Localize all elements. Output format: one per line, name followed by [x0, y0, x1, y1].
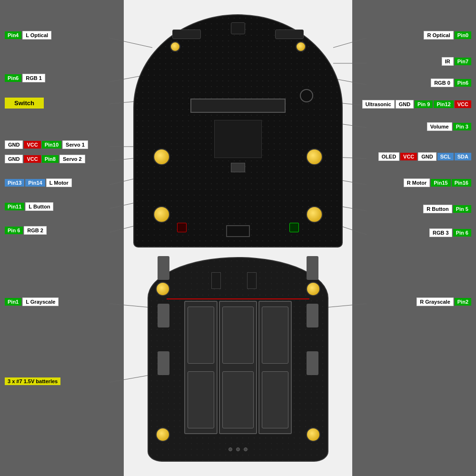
badge-volume: Volume — [427, 122, 452, 131]
badge-pin16: Pin16 — [452, 179, 471, 187]
badge-l-optical: L Optical — [22, 31, 51, 40]
badge-vcc-oled: VCC — [400, 153, 417, 160]
badge-pin10: Pin10 — [42, 141, 61, 149]
badge-pin1: Pin1 — [5, 298, 21, 306]
badge-gnd-oled: GND — [418, 152, 436, 161]
badge-pin15: Pin15 — [431, 179, 450, 187]
page-container: Pin4 L Optical Pin6 RGB 1 Switch GND VCC… — [0, 0, 476, 476]
badge-gnd-s1: GND — [5, 140, 23, 149]
label-oled: OLED VCC GND SCL SDA — [378, 152, 471, 161]
label-switch: Switch — [5, 98, 44, 109]
badge-pin0: Pin0 — [455, 31, 471, 39]
badge-pin6-rgb1: Pin6 — [5, 74, 21, 82]
label-servo1: GND VCC Pin10 Servo 1 — [5, 140, 88, 149]
badge-pin5: Pin 5 — [453, 205, 471, 213]
badge-sda: SDA — [455, 153, 471, 160]
badge-vcc-s1: VCC — [24, 141, 40, 149]
label-l-rgb2: Pin 6 RGB 2 — [5, 226, 47, 235]
label-ultrasonic: Ultrasonic GND Pin 9 Pin12 VCC — [362, 100, 471, 109]
badge-pin6-rgb2: Pin 6 — [5, 227, 23, 234]
badge-pin2: Pin2 — [455, 298, 471, 306]
badge-switch: Switch — [5, 98, 44, 109]
badge-pin6-rgb0: Pin6 — [455, 79, 471, 87]
label-r-rgb0: RGB 0 Pin6 — [431, 79, 471, 87]
label-l-button: Pin11 L Button — [5, 202, 53, 211]
board-bottom — [148, 257, 328, 462]
badge-pin7: Pin7 — [455, 58, 471, 65]
badge-vcc-s2: VCC — [24, 155, 40, 163]
badge-pin6-rgb3: Pin 6 — [453, 229, 471, 237]
label-l-grayscale: Pin1 L Grayscale — [5, 298, 59, 306]
label-l-optical: Pin4 L Optical — [5, 31, 51, 40]
badge-gnd-us: GND — [396, 100, 414, 109]
badge-scl: SCL — [437, 153, 454, 160]
badge-l-button: L Button — [25, 202, 53, 211]
badge-rgb1: RGB 1 — [22, 74, 45, 82]
label-batteries: 3 x #7 1.5V batterles — [5, 377, 60, 385]
badge-l-grayscale: L Grayscale — [22, 298, 59, 306]
badge-servo1: Servo 1 — [62, 140, 88, 149]
badge-r-grayscale: R Grayscale — [416, 298, 454, 306]
label-servo2: GND VCC Pin8 Servo 2 — [5, 155, 85, 163]
badge-rgb2: RGB 2 — [24, 226, 47, 235]
label-ir: IR Pin7 — [442, 57, 471, 66]
badge-pin8: Pin8 — [42, 155, 59, 163]
label-r-rgb3: RGB 3 Pin 6 — [429, 228, 471, 237]
badge-r-motor: R Motor — [404, 178, 430, 187]
label-volume: Volume Pin 3 — [427, 122, 471, 131]
badge-pin12: Pin12 — [434, 100, 453, 108]
label-r-motor: R Motor Pin15 Pin16 — [404, 178, 471, 187]
badge-pin13: Pin13 — [5, 179, 24, 187]
label-r-grayscale: R Grayscale Pin2 — [416, 298, 471, 306]
badge-ir: IR — [442, 57, 454, 66]
label-l-rgb1: Pin6 RGB 1 — [5, 74, 45, 82]
label-r-button: R Button Pin 5 — [423, 205, 471, 213]
badge-r-button: R Button — [423, 205, 452, 213]
board-top — [133, 14, 343, 248]
badge-pin11: Pin11 — [5, 203, 24, 210]
label-r-optical: R Optical Pin0 — [424, 31, 471, 40]
label-l-motor: Pin13 Pin14 L Motor — [5, 178, 72, 187]
badge-vcc-us: VCC — [455, 100, 471, 108]
badge-pin9: Pin 9 — [415, 100, 433, 108]
badge-rgb3: RGB 3 — [429, 228, 452, 237]
badge-l-motor: L Motor — [46, 178, 72, 187]
badge-pin14: Pin14 — [25, 179, 45, 187]
badge-ultrasonic: Ultrasonic — [362, 100, 395, 109]
badge-r-optical: R Optical — [424, 31, 453, 40]
badge-batteries: 3 x #7 1.5V batterles — [5, 377, 60, 385]
badge-gnd-s2: GND — [5, 155, 23, 163]
badge-oled: OLED — [378, 152, 400, 161]
badge-pin3: Pin 3 — [453, 123, 471, 130]
badge-pin4: Pin4 — [5, 31, 21, 39]
badge-rgb0: RGB 0 — [431, 79, 454, 87]
badge-servo2: Servo 2 — [60, 155, 85, 163]
